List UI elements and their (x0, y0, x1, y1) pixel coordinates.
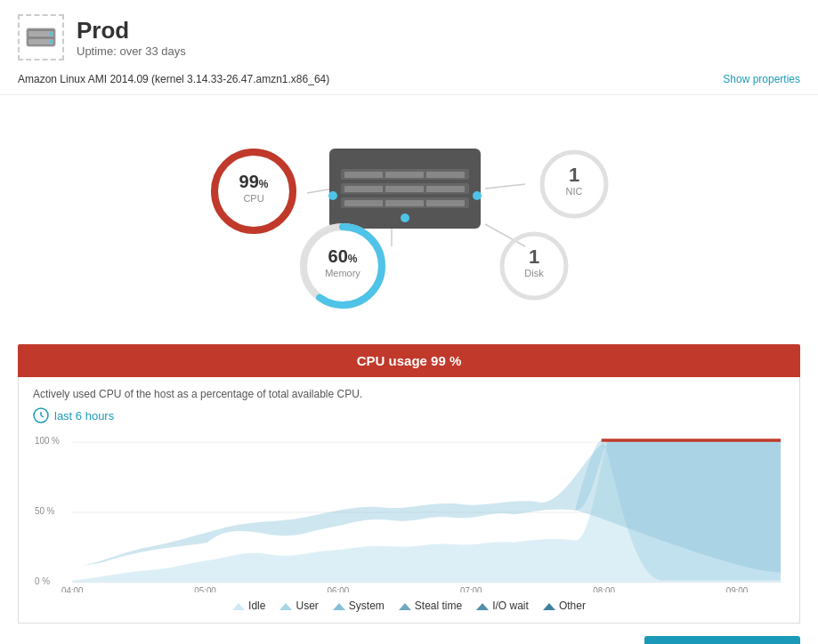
nic-ring-svg: 1 NIC (539, 149, 610, 220)
svg-line-6 (485, 184, 525, 189)
svg-marker-42 (399, 603, 411, 610)
cpu-usage-body: Actively used CPU of the host as a perce… (18, 377, 800, 624)
svg-marker-44 (543, 603, 555, 610)
consuming-processes-button[interactable]: Consuming processes (644, 636, 800, 644)
legend-other-label: Other (559, 600, 586, 612)
consuming-btn-bar: Consuming processes (0, 624, 818, 644)
svg-text:Memory: Memory (325, 268, 360, 278)
svg-text:05:00: 05:00 (194, 585, 216, 592)
svg-text:07:00: 07:00 (460, 585, 482, 592)
svg-point-3 (49, 32, 53, 36)
idle-icon (232, 601, 245, 610)
nic-metric: 1 NIC (539, 149, 610, 222)
show-properties-link[interactable]: Show properties (723, 73, 800, 85)
time-filter[interactable]: last 6 hours (33, 407, 785, 423)
cpu-usage-section: CPU usage 99 % Actively used CPU of the … (18, 344, 800, 624)
steal-time-icon (399, 601, 411, 610)
cpu-usage-header: CPU usage 99 % (18, 344, 800, 377)
page-header: Prod Uptime: over 33 days (0, 0, 818, 68)
svg-marker-41 (333, 603, 345, 610)
user-icon (279, 601, 292, 610)
uptime-text: Uptime: over 33 days (77, 44, 186, 58)
io-wait-icon (476, 601, 489, 610)
system-icon (333, 601, 345, 610)
svg-text:1: 1 (528, 246, 539, 268)
legend-user: User (279, 600, 318, 612)
cpu-usage-desc: Actively used CPU of the host as a perce… (33, 388, 785, 400)
svg-text:06:00: 06:00 (328, 585, 350, 592)
server-icon (18, 14, 64, 60)
memory-metric: 60% Memory (298, 221, 387, 313)
time-filter-label: last 6 hours (54, 409, 114, 423)
server-diagram: 99% CPU (0, 95, 818, 335)
legend-io-wait-label: I/O wait (492, 600, 529, 612)
legend-user-label: User (296, 600, 318, 612)
legend-steal-time: Steal time (399, 600, 462, 612)
memory-ring-svg: 60% Memory (298, 221, 387, 310)
subtitle-bar: Amazon Linux AMI 2014.09 (kernel 3.14.33… (0, 68, 818, 95)
svg-text:1: 1 (568, 164, 579, 186)
cpu-chart-svg: 100 % 50 % 0 % 04:00 05:00 06:00 07:00 0… (33, 432, 785, 592)
svg-marker-39 (232, 603, 245, 610)
legend-steal-time-label: Steal time (415, 600, 462, 612)
svg-text:CPU: CPU (243, 193, 263, 204)
legend-io-wait: I/O wait (476, 600, 529, 612)
chart-area: 100 % 50 % 0 % 04:00 05:00 06:00 07:00 0… (33, 432, 785, 592)
cpu-metric: 99% CPU (209, 147, 298, 238)
svg-marker-43 (476, 603, 489, 610)
clock-icon (33, 407, 49, 423)
svg-text:100 %: 100 % (35, 435, 60, 447)
svg-point-10 (215, 152, 293, 230)
other-icon (543, 601, 555, 610)
svg-marker-40 (279, 603, 292, 610)
legend-idle-label: Idle (248, 600, 265, 612)
disk-metric: 1 Disk (498, 230, 570, 304)
legend-system-label: System (349, 600, 385, 612)
svg-text:08:00: 08:00 (593, 585, 615, 592)
svg-line-25 (41, 415, 44, 417)
svg-text:NIC: NIC (565, 186, 582, 197)
os-info: Amazon Linux AMI 2014.09 (kernel 3.14.33… (18, 73, 329, 85)
title-block: Prod Uptime: over 33 days (77, 17, 186, 58)
svg-text:0 %: 0 % (35, 575, 50, 586)
legend-idle: Idle (232, 600, 265, 612)
disk-ring-svg: 1 Disk (498, 230, 570, 302)
svg-point-4 (49, 40, 53, 44)
svg-text:Disk: Disk (524, 268, 544, 278)
diagram-inner: 99% CPU (187, 122, 632, 318)
svg-text:60%: 60% (328, 246, 357, 266)
svg-text:50 %: 50 % (35, 505, 54, 517)
svg-text:04:00: 04:00 (61, 585, 84, 592)
legend-system: System (333, 600, 385, 612)
chart-legend: Idle User System Steal time (33, 600, 785, 612)
server-box (329, 149, 481, 229)
cpu-ring-svg: 99% CPU (209, 147, 298, 236)
svg-text:09:00: 09:00 (726, 585, 749, 592)
legend-other: Other (543, 600, 586, 612)
svg-text:99%: 99% (239, 172, 268, 191)
page-title: Prod (77, 17, 186, 44)
